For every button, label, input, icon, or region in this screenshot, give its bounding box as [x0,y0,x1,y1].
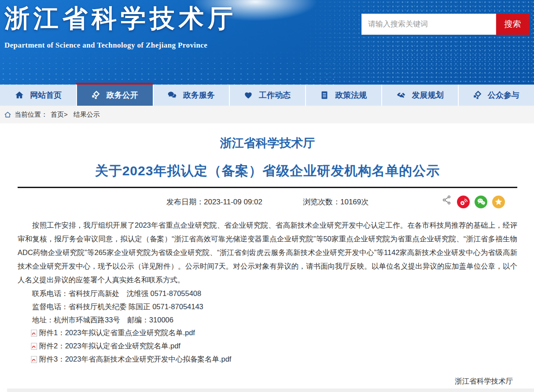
handshake-icon [396,90,406,100]
breadcrumb-current[interactable]: 结果公示 [74,111,100,119]
pdf-icon [31,343,37,350]
heart-icon [243,90,253,100]
supervision-phone: 监督电话：省科技厅机关纪委 陈国正 0571-87054143 [18,300,517,313]
attachment-link-1[interactable]: 附件1：2023年拟认定省重点企业研究院名单.pdf [18,326,517,340]
nav-item-gov-disclosure[interactable]: 政务公开 [76,85,152,106]
nav-item-home[interactable]: 网站首页 [0,85,76,106]
footer-strip [7,388,534,392]
nav-item-public-participation[interactable]: 公众参与 [458,85,534,106]
breadcrumb: 当前位置： 首页> 结果公示 [0,106,534,123]
document-icon [320,90,329,100]
attachment-link-2[interactable]: 附件2：2023年拟认定省企业研究院名单.pdf [18,340,517,353]
weibo-icon[interactable] [457,196,470,208]
share-toolbar [442,196,505,208]
publish-date: 发布日期：2023-11-09 09:02 [166,197,262,207]
contact-phone: 联系电话：省科技厅高新处 沈维强 0571-87055408 [18,287,517,300]
signature-org: 浙江省科学技术厅 [18,377,517,386]
article-title-line1: 浙江省科学技术厅 [18,135,517,151]
view-count-label: 浏览次数： [303,198,340,206]
nav-item-gov-services[interactable]: 政务服务 [153,85,229,106]
nav-item-development-plan[interactable]: 发展规划 [381,85,457,106]
nav-item-policies[interactable]: 政策法规 [305,85,381,106]
nav-item-label: 发展规划 [412,90,444,100]
nav-item-label: 政务服务 [183,90,215,100]
site-brand: 浙江省科学技术厅 Department of Science and Techn… [4,2,237,50]
article-title-line2: 关于2023年拟认定（备案）省级企业研发机构名单的公示 [18,162,517,180]
pdf-icon [31,356,37,363]
home-icon [15,90,24,100]
wechat-icon[interactable] [475,196,487,208]
article-content: 浙江省科学技术厅 关于2023年拟认定（备案）省级企业研发机构名单的公示 发布日… [0,135,534,392]
site-search: 搜索 [361,14,529,35]
home-outline-icon [4,111,11,118]
article-paragraph: 按照工作安排，我厅组织开展了2023年省重点企业研究院、省企业研究院、省高新技术… [18,218,517,287]
attachment-label: 附件1：2023年拟认定省重点企业研究院名单.pdf [39,328,195,338]
nav-item-label: 网站首页 [30,90,62,100]
attachment-label: 附件3：2023年省高新技术企业研究开发中心拟备案名单.pdf [39,355,231,364]
disclosure-icon [91,90,100,100]
nav-item-label: 政务公开 [106,90,138,100]
breadcrumb-home-link[interactable]: 首页> [51,111,68,119]
nav-item-label: 工作动态 [259,90,291,100]
view-count-value: 10169次 [340,198,368,206]
participation-icon [472,90,482,100]
chat-bubbles-icon [167,90,177,100]
search-button[interactable]: 搜索 [496,14,529,35]
attachment-link-3[interactable]: 附件3：2023年省高新技术企业研究开发中心拟备案名单.pdf [18,353,517,366]
site-title-en: Department of Science and Technology of … [4,41,237,50]
search-input[interactable] [361,14,496,35]
nav-item-label: 公众参与 [488,90,519,100]
banner-dot-wave [0,50,335,85]
pdf-icon [31,329,37,337]
breadcrumb-location-label: 当前位置： [15,111,48,119]
site-title-cn: 浙江省科学技术厅 [4,2,237,36]
article-meta: 发布日期：2023-11-09 09:02 浏览次数：10169次 [18,192,517,211]
publish-date-label: 发布日期： [166,198,204,206]
nav-item-label: 政策法规 [335,90,367,100]
nav-item-work-news[interactable]: 工作动态 [229,85,305,106]
share-icon[interactable] [442,195,452,205]
address-line: 地址：杭州市环城西路33号 邮编：310006 [18,313,517,326]
title-divider [18,187,517,188]
main-nav: 网站首页 政务公开 政务服务 工作动态 政策法规 发展规划 公众参与 [0,85,534,106]
view-count: 浏览次数：10169次 [303,197,368,207]
attachment-label: 附件2：2023年拟认定省企业研究院名单.pdf [39,341,180,351]
publish-date-value: 2023-11-09 09:02 [204,198,262,206]
site-banner: 浙江省科学技术厅 Department of Science and Techn… [0,0,534,85]
qzone-icon[interactable] [492,196,505,208]
